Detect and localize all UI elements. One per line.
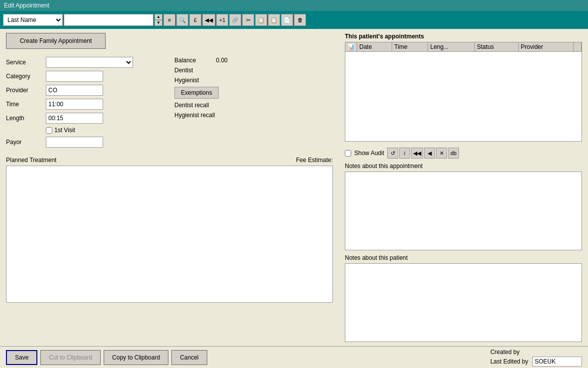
planned-treatment-textarea[interactable] (6, 166, 333, 303)
service-select[interactable] (46, 57, 133, 68)
notes-appointment-title: Notes about this appointment (345, 163, 582, 170)
dentist-recall-row: Dentist recall (174, 102, 333, 109)
dentist-recall-label: Dentist recall (174, 102, 209, 109)
audit-info-btn[interactable]: i (399, 148, 410, 159)
right-panel: This patient's appointments 📊 Date Time … (339, 29, 588, 346)
copy-button[interactable]: Copy to Clipboard (104, 350, 168, 365)
search-btn[interactable]: 🔍 (176, 14, 188, 26)
list-btn[interactable]: ≡ (163, 14, 175, 26)
notes-patient-textarea[interactable] (345, 263, 582, 342)
time-input[interactable] (46, 99, 103, 110)
audit-prev-btn[interactable]: ◀ (424, 148, 435, 159)
cut-button: Cut to Clipboard (40, 350, 101, 365)
link-btn[interactable]: 🔗 (229, 14, 241, 26)
window-title: Edit Appointment (4, 2, 49, 9)
hygienist-label: Hygienist (174, 77, 199, 84)
first-visit-label: 1st Visit (54, 127, 75, 134)
notes-patient-section: Notes about this patient (345, 254, 582, 342)
service-row: Service (6, 57, 164, 68)
appointments-section: This patient's appointments 📊 Date Time … (345, 33, 582, 142)
copy-toolbar-btn[interactable]: 📋 (255, 14, 267, 26)
provider-row: Provider (6, 85, 164, 96)
search-input[interactable] (64, 14, 153, 26)
delete-btn[interactable]: 🗑 (294, 14, 306, 26)
form-right-col: Balance 0.00 Dentist Hygienist Exemption… (174, 57, 333, 151)
first-visit-row: 1st Visit (46, 127, 164, 134)
first-visit-checkbox[interactable] (46, 127, 52, 134)
col-date: Date (357, 42, 392, 52)
notes-appointment-section: Notes about this appointment (345, 163, 582, 250)
save-button[interactable]: Save (6, 350, 37, 365)
cancel-button[interactable]: Cancel (171, 350, 207, 365)
bottom-right: Created by Last Edited by (490, 349, 582, 367)
appointments-table-wrap[interactable]: 📊 Date Time Leng... Status Provider (345, 42, 582, 142)
form-left-col: Service Category Provider Time Length (6, 57, 164, 151)
planned-label-row: Planned Treatment Fee Estimate: (6, 157, 333, 164)
time-row: Time (6, 99, 164, 110)
exemptions-btn[interactable]: Exemptions (174, 87, 219, 99)
last-edited-label: Last Edited by (490, 358, 528, 365)
length-label: Length (6, 115, 46, 122)
service-label: Service (6, 59, 46, 66)
audit-refresh-btn[interactable]: ↺ (387, 148, 398, 159)
col-length: Leng... (428, 42, 475, 52)
toolbar: Last Name First Name DOB ▲ ▼ ≡ 🔍 £ ◀◀ +1… (0, 11, 588, 29)
notes-patient-title: Notes about this patient (345, 254, 582, 261)
planned-treatment-label: Planned Treatment (6, 157, 56, 164)
provider-input[interactable] (46, 85, 103, 96)
appointments-title: This patient's appointments (345, 33, 582, 40)
payor-label: Payor (6, 139, 46, 146)
planned-section: Planned Treatment Fee Estimate: (6, 157, 333, 342)
currency-btn[interactable]: £ (189, 14, 201, 26)
audit-buttons: ↺ i ◀◀ ◀ ✕ db (387, 148, 459, 159)
col-time: Time (392, 42, 428, 52)
notes-appointment-textarea[interactable] (345, 172, 582, 250)
last-edited-input[interactable] (532, 357, 582, 367)
time-label: Time (6, 101, 46, 108)
create-family-btn[interactable]: Create Family Appointment (6, 33, 106, 49)
provider-label: Provider (6, 87, 46, 94)
payor-input[interactable] (46, 137, 103, 148)
category-row: Category (6, 71, 164, 82)
length-input[interactable] (46, 113, 103, 124)
col-provider: Provider (519, 42, 574, 52)
title-bar: Edit Appointment (0, 0, 588, 11)
payor-row: Payor (6, 137, 164, 148)
cut-toolbar-btn[interactable]: ✂ (242, 14, 254, 26)
bottom-bar: Save Cut to Clipboard Copy to Clipboard … (0, 346, 588, 368)
main-content: Create Family Appointment Service Catego… (0, 29, 588, 346)
hygienist-row: Hygienist (174, 77, 333, 84)
show-audit-row: Show Audit ↺ i ◀◀ ◀ ✕ db (345, 148, 582, 159)
balance-value: 0.00 (216, 57, 227, 64)
form-section: Service Category Provider Time Length (6, 57, 333, 151)
search-field-select[interactable]: Last Name First Name DOB (3, 14, 63, 26)
appointments-table: 📊 Date Time Leng... Status Provider (345, 42, 582, 52)
audit-db-btn[interactable]: db (448, 148, 459, 159)
fee-estimate-label: Fee Estimate: (296, 157, 333, 164)
hygienist-recall-row: Hygienist recall (174, 112, 333, 119)
category-label: Category (6, 73, 46, 80)
dentist-row: Dentist (174, 67, 333, 74)
col-scroll (574, 42, 582, 52)
audit-delete-btn[interactable]: ✕ (436, 148, 447, 159)
show-audit-label: Show Audit (354, 150, 384, 157)
created-by-row: Created by (490, 349, 520, 356)
balance-row: Balance 0.00 (174, 57, 333, 64)
spin-control[interactable]: ▲ ▼ (154, 14, 162, 26)
back-btn[interactable]: ◀◀ (202, 14, 215, 26)
created-by-label: Created by (490, 349, 520, 356)
show-audit-checkbox[interactable] (345, 150, 351, 157)
dentist-label: Dentist (174, 67, 193, 74)
left-panel: Create Family Appointment Service Catego… (0, 29, 339, 346)
last-edited-row: Last Edited by (490, 357, 582, 367)
col-icon: 📊 (345, 42, 357, 52)
category-input[interactable] (46, 71, 103, 82)
plus1-btn[interactable]: +1 (216, 14, 228, 26)
print-btn[interactable]: 📄 (281, 14, 293, 26)
paste-toolbar-btn[interactable]: 📋 (268, 14, 280, 26)
spin-up[interactable]: ▲ (154, 14, 162, 20)
balance-label: Balance (174, 57, 196, 64)
exemptions-row: Exemptions (174, 87, 333, 99)
audit-back-btn[interactable]: ◀◀ (411, 148, 423, 159)
spin-down[interactable]: ▼ (154, 20, 162, 26)
